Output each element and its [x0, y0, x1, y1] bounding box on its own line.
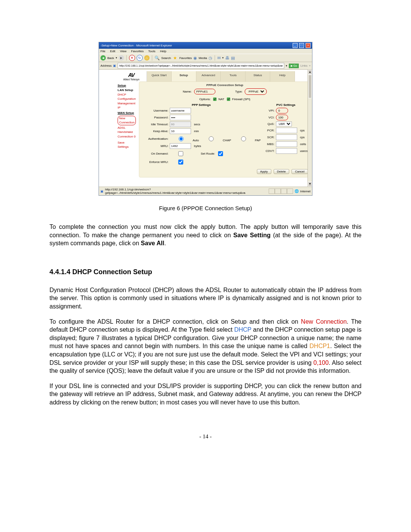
- cdvt-input[interactable]: [276, 148, 297, 154]
- section-heading: 4.4.1.4 DHCP Connection Setup: [49, 268, 362, 276]
- minimize-icon[interactable]: _: [293, 43, 298, 48]
- qos-select[interactable]: UBR: [276, 121, 292, 126]
- setroute-label: Set Route:: [201, 152, 215, 155]
- delete-button[interactable]: Delete: [274, 169, 289, 174]
- mbs-label: MBS:: [264, 142, 274, 146]
- nat-checkbox[interactable]: [213, 97, 217, 101]
- type-label: Type:: [235, 90, 243, 93]
- password-input[interactable]: [170, 115, 191, 120]
- sidebar-heading-lan: LAN Setup: [118, 88, 133, 92]
- scr-input[interactable]: [276, 134, 297, 140]
- globe-icon: 🌐: [295, 189, 299, 193]
- favorites-label[interactable]: Favorites: [179, 56, 192, 60]
- menu-tools[interactable]: Tools: [148, 50, 156, 53]
- media-label[interactable]: Media: [199, 56, 207, 60]
- home-icon[interactable]: ⌂: [144, 55, 150, 61]
- enforce-label: Enforce MRU:: [142, 160, 168, 164]
- go-button[interactable]: ▶ Go: [289, 64, 299, 68]
- sidebar-item-conn0[interactable]: Connection 0: [118, 135, 136, 139]
- pvc-heading: PVC Settings: [264, 103, 308, 107]
- sidebar-item-adsl[interactable]: ADSL Handshake: [118, 126, 136, 134]
- type-select[interactable]: PPPoE: [246, 89, 265, 94]
- ondemand-checkbox[interactable]: [171, 151, 190, 156]
- router-ui: AV Allied Telesyn Quick Start Setup Adva…: [116, 71, 295, 187]
- keep-input[interactable]: [170, 128, 191, 134]
- tab-tools[interactable]: Tools: [221, 71, 245, 81]
- window-title: -Setup>New Connection - Microsoft Intern…: [100, 44, 172, 47]
- menubar: File Edit View Favorites Tools Help: [99, 49, 312, 54]
- address-input[interactable]: [118, 63, 284, 69]
- firewall-checkbox[interactable]: [227, 97, 230, 101]
- print-icon[interactable]: 🖶: [225, 56, 229, 60]
- stop-icon[interactable]: ✕: [129, 55, 135, 61]
- sidebar-item-dhcp[interactable]: DHCP Configuration: [118, 93, 136, 101]
- tab-quick-start[interactable]: Quick Start: [147, 71, 172, 81]
- idle-suffix: secs: [194, 123, 200, 126]
- sidebar-item-save-settings[interactable]: Save Settings: [118, 141, 136, 149]
- media-icon[interactable]: ◉: [193, 56, 197, 61]
- auth-auto-radio[interactable]: [172, 136, 191, 141]
- vci-input[interactable]: [277, 115, 287, 120]
- qos-label: QoS:: [264, 122, 274, 126]
- menu-file[interactable]: File: [100, 50, 105, 53]
- scroll-thumb[interactable]: [308, 75, 312, 98]
- sidebar: Setup LAN Setup DHCP Configuration Manag…: [116, 81, 137, 177]
- menu-favorites[interactable]: Favorites: [131, 50, 144, 53]
- menu-view[interactable]: View: [120, 50, 126, 53]
- keep-suffix: min: [194, 129, 199, 133]
- auth-chap-radio[interactable]: [202, 136, 221, 141]
- vpi-input[interactable]: [277, 109, 287, 113]
- setroute-checkbox[interactable]: [218, 151, 223, 156]
- menu-help[interactable]: Help: [160, 50, 166, 53]
- history-icon[interactable]: ◷: [209, 56, 212, 61]
- back-icon[interactable]: ◄: [100, 55, 106, 61]
- status-url: http://192.168.1.1/cgi-bin/webcm?getpage…: [105, 188, 269, 195]
- links-label[interactable]: Links: [300, 64, 307, 67]
- forward-icon[interactable]: ►: [119, 55, 124, 61]
- page-number: - 14 -: [49, 433, 362, 440]
- idle-input: [170, 121, 191, 127]
- mail-icon[interactable]: ✉: [217, 56, 221, 61]
- sidebar-item-new-connection[interactable]: New Connection: [118, 116, 136, 125]
- toolbar: ◄ Back ▾ ► ✕ ↻ ⌂ 🔍 Search ★ Favorites ◉ …: [99, 54, 312, 62]
- tab-advanced[interactable]: Advanced: [196, 71, 221, 81]
- window-titlebar: -Setup>New Connection - Microsoft Intern…: [99, 42, 312, 49]
- address-bar: Address ▣ ▾ ▶ Go Links »: [99, 62, 312, 70]
- page-icon: ▣: [100, 190, 104, 193]
- paragraph-dhcp-intro: Dynamic Host Configuration Protocol (DHC…: [49, 286, 362, 311]
- back-label[interactable]: Back: [107, 56, 114, 60]
- tab-help[interactable]: Help: [270, 71, 295, 81]
- auth-pap-radio[interactable]: [234, 136, 253, 141]
- sidebar-heading-setup: Setup: [118, 84, 136, 87]
- ondemand-label: On Demand:: [142, 152, 168, 155]
- favorites-icon[interactable]: ★: [172, 55, 178, 61]
- username-input[interactable]: [170, 108, 191, 113]
- scroll-up-icon[interactable]: ▲: [308, 70, 312, 75]
- name-input[interactable]: [196, 89, 214, 94]
- screenshot-window: -Setup>New Connection - Microsoft Intern…: [99, 42, 312, 196]
- menu-edit[interactable]: Edit: [110, 50, 115, 53]
- edit-icon[interactable]: ▤: [231, 56, 235, 61]
- pcr-label: PCR:: [264, 129, 274, 132]
- scroll-down-icon[interactable]: ▼: [308, 182, 312, 187]
- search-label[interactable]: Search: [161, 56, 171, 60]
- mru-suffix: bytes: [194, 144, 201, 148]
- tab-status[interactable]: Status: [245, 71, 270, 81]
- apply-button[interactable]: Apply: [257, 169, 271, 174]
- vertical-scrollbar[interactable]: ▲ ▼: [307, 70, 312, 187]
- mru-input[interactable]: [170, 143, 191, 149]
- paragraph-apply: To complete the connection you must now …: [49, 223, 362, 248]
- search-icon[interactable]: 🔍: [155, 56, 160, 61]
- ppp-heading: PPP Settings: [142, 103, 261, 107]
- maximize-icon[interactable]: □: [299, 43, 304, 48]
- sidebar-item-mgmt-ip[interactable]: Management IP: [118, 102, 136, 110]
- enforce-checkbox[interactable]: [171, 160, 190, 165]
- vci-label: VCI:: [264, 116, 274, 119]
- mbs-input[interactable]: [276, 141, 297, 147]
- close-icon[interactable]: ×: [306, 43, 311, 48]
- pcr-input[interactable]: [276, 128, 297, 133]
- tab-setup[interactable]: Setup: [172, 71, 196, 81]
- refresh-icon[interactable]: ↻: [137, 55, 143, 61]
- cancel-button[interactable]: Cancel: [292, 169, 308, 174]
- nat-label: NAT: [218, 97, 224, 101]
